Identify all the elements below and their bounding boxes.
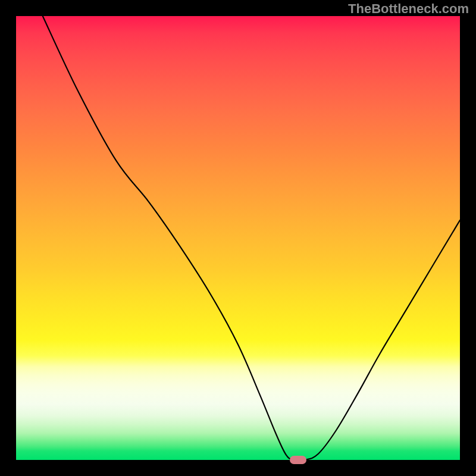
chart-container: TheBottleneck.com	[0, 0, 476, 476]
optimal-point-marker	[290, 456, 306, 464]
chart-gradient-background	[16, 16, 460, 460]
watermark-text: TheBottleneck.com	[348, 1, 469, 17]
